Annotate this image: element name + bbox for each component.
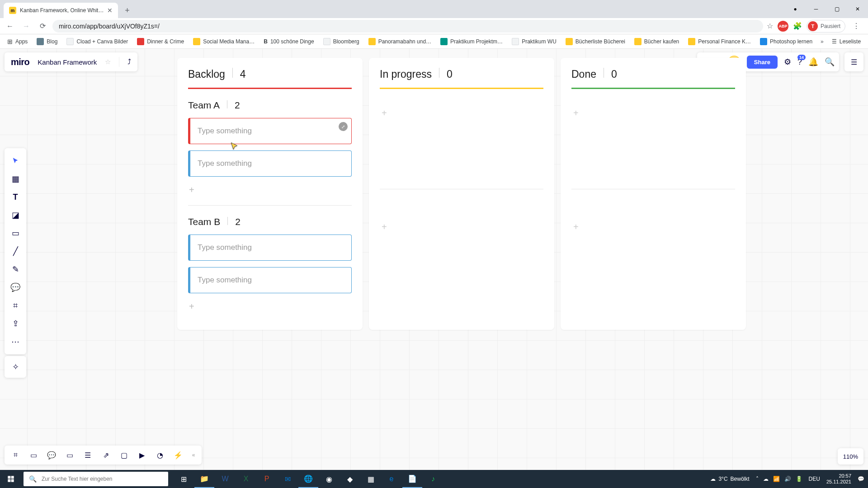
back-button[interactable]: ←	[4, 20, 16, 33]
column-title[interactable]: In progress	[380, 68, 432, 80]
comments-panel-icon[interactable]: 💬	[43, 447, 60, 463]
obs-icon[interactable]: ◉	[319, 470, 339, 488]
taskbar-search[interactable]: 🔍 Zur Suche Text hier eingeben	[24, 472, 168, 486]
bookmark-item[interactable]: Bloomberg	[320, 36, 363, 47]
reload-button[interactable]: ⟳	[36, 20, 49, 33]
upload-tool-icon[interactable]: ⇪	[5, 314, 26, 333]
powerpoint-icon[interactable]: P	[257, 470, 277, 488]
bookmark-item[interactable]: Cload + Canva Bilder	[63, 36, 132, 47]
onedrive-icon[interactable]: ☁	[763, 476, 769, 482]
chrome-menu-icon[interactable]: ⋮	[850, 22, 863, 30]
bookmarks-overflow-icon[interactable]: »	[818, 38, 826, 45]
add-card-button[interactable]: +	[380, 100, 543, 127]
frames-panel-icon[interactable]: ⌗	[7, 447, 24, 463]
kanban-card[interactable]: Type something	[188, 150, 352, 177]
activity-panel-icon[interactable]: ☰	[844, 52, 863, 71]
help-icon[interactable]: ?14	[797, 57, 802, 67]
sticky-tool-icon[interactable]: ◪	[5, 206, 26, 224]
templates-tool-icon[interactable]: ▦	[5, 170, 26, 188]
kanban-card[interactable]: Type something	[188, 235, 352, 261]
bookmark-item[interactable]: Praktikum Projektm…	[437, 36, 506, 47]
bookmark-item[interactable]: B100 schöne Dinge	[260, 37, 317, 47]
timer-icon[interactable]: ◔	[152, 447, 168, 463]
add-card-button[interactable]: +	[188, 183, 352, 197]
star-board-icon[interactable]: ☆	[105, 58, 111, 66]
explorer-icon[interactable]: 📁	[194, 470, 214, 488]
weather-widget[interactable]: ☁ 3°C Bewölkt	[710, 476, 749, 482]
profile-pill[interactable]: T Pausiert	[807, 20, 845, 33]
bookmark-item[interactable]: Social Media Mana…	[189, 36, 258, 47]
line-tool-icon[interactable]: ╱	[5, 242, 26, 260]
url-input[interactable]: miro.com/app/board/uXjVOf8yZ1s=/	[52, 20, 763, 33]
settings-icon[interactable]: ⚙	[784, 57, 791, 67]
kanban-card[interactable]: Type something ⤢	[188, 118, 352, 144]
abp-extension-icon[interactable]: ABP	[778, 21, 788, 32]
comment-tool-icon[interactable]: 💬	[5, 278, 26, 296]
minimize-button[interactable]: ─	[806, 0, 826, 18]
card-panel-icon[interactable]: ▭	[61, 447, 78, 463]
keyboard-lang[interactable]: DEU	[809, 476, 820, 482]
notepad-icon[interactable]: 📄	[402, 470, 422, 488]
bookmark-item[interactable]: Panoramabahn und…	[365, 36, 435, 47]
add-card-button[interactable]: +	[188, 300, 352, 314]
board-name[interactable]: Kanban Framework	[38, 58, 97, 66]
presentation-icon[interactable]: ▭	[25, 447, 42, 463]
task-view-icon[interactable]: ⊞	[174, 470, 193, 488]
star-bookmark-icon[interactable]: ☆	[767, 22, 773, 30]
clock[interactable]: 20:57 25.11.2021	[826, 473, 851, 485]
spotify-icon[interactable]: ♪	[423, 470, 443, 488]
close-tab-icon[interactable]: ✕	[107, 7, 113, 14]
forward-button[interactable]: →	[20, 20, 33, 33]
app-icon[interactable]: ▦	[361, 470, 381, 488]
bookmark-item[interactable]: Bücher kaufen	[631, 36, 683, 47]
bookmark-item[interactable]: Dinner & Crime	[133, 36, 188, 47]
add-card-button[interactable]: +	[571, 100, 735, 127]
notifications-center-icon[interactable]: 💬	[858, 476, 864, 482]
shape-tool-icon[interactable]: ▭	[5, 224, 26, 242]
bookmark-item[interactable]: Personal Finance K…	[684, 36, 755, 47]
account-dot-icon[interactable]: ●	[785, 0, 806, 18]
chrome-icon[interactable]: 🌐	[298, 470, 318, 488]
column-title[interactable]: Done	[571, 68, 596, 80]
new-tab-button[interactable]: +	[121, 4, 133, 17]
export-icon[interactable]: ⤴	[127, 58, 131, 66]
collapse-toolbar-icon[interactable]: «	[188, 452, 199, 458]
close-window-button[interactable]: ✕	[847, 0, 868, 18]
add-card-button[interactable]: +	[571, 214, 735, 240]
extensions-icon[interactable]: 🧩	[793, 22, 802, 30]
search-icon[interactable]: 🔍	[825, 57, 835, 67]
word-icon[interactable]: W	[215, 470, 235, 488]
edge-icon[interactable]: e	[382, 470, 401, 488]
system-tray[interactable]: ˄ ☁ 📶 🔊 🔋	[756, 476, 802, 482]
apps-bookmark[interactable]: ⊞Apps	[4, 36, 31, 47]
miro-canvas[interactable]: miro Kanban Framework ☆ ⤴ ↖ ✦ T Share ⚙ …	[0, 49, 868, 470]
volume-icon[interactable]: 🔊	[784, 476, 791, 482]
bookmark-item[interactable]: Praktikum WU	[508, 36, 560, 47]
share-export-icon[interactable]: ⇗	[98, 447, 114, 463]
maximize-button[interactable]: ▢	[826, 0, 847, 18]
expand-card-icon[interactable]: ⤢	[339, 122, 348, 131]
pen-tool-icon[interactable]: ✎	[5, 260, 26, 278]
bookmark-item[interactable]: Bücherliste Bücherei	[562, 36, 629, 47]
bookmark-item[interactable]: Photoshop lernen	[756, 36, 816, 47]
swimlane-title[interactable]: Team A	[188, 100, 220, 111]
column-title[interactable]: Backlog	[188, 68, 225, 80]
select-tool-icon[interactable]	[5, 152, 26, 170]
frame-tool-icon[interactable]: ⌗	[5, 296, 26, 314]
notifications-icon[interactable]: 🔔	[808, 57, 818, 67]
bookmark-item[interactable]: Blog	[33, 36, 61, 47]
text-tool-icon[interactable]: T	[5, 188, 26, 206]
kanban-card[interactable]: Type something	[188, 267, 352, 293]
browser-tab[interactable]: m Kanban Framework, Online Whit… ✕	[4, 3, 118, 18]
app-icon[interactable]: ◆	[340, 470, 360, 488]
zoom-level[interactable]: 110%	[838, 448, 863, 465]
swimlane-title[interactable]: Team B	[188, 216, 220, 227]
column-in-progress[interactable]: In progress 0 + +	[369, 58, 554, 330]
excel-icon[interactable]: X	[236, 470, 256, 488]
wifi-icon[interactable]: 📶	[773, 476, 780, 482]
column-backlog[interactable]: Backlog 4 Team A 2 Type something ⤢ Type…	[177, 58, 363, 330]
add-card-button[interactable]: +	[380, 214, 543, 240]
mail-icon[interactable]: ✉	[278, 470, 297, 488]
miro-logo[interactable]: miro	[11, 57, 29, 67]
video-icon[interactable]: ▶	[134, 447, 150, 463]
